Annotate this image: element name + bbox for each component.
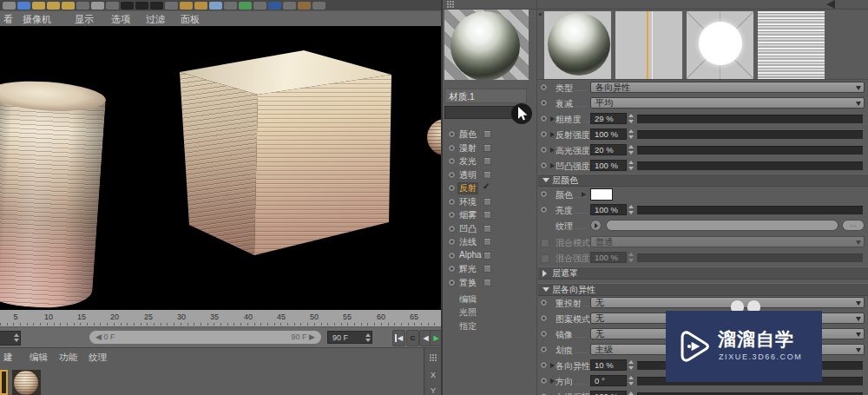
- toolbar-icon[interactable]: [47, 2, 60, 10]
- channel-checkbox[interactable]: [483, 252, 491, 260]
- channel-row-diffusion[interactable]: 漫射: [443, 143, 535, 155]
- loop-mode-button[interactable]: C: [406, 330, 419, 346]
- radio-icon[interactable]: [540, 377, 548, 385]
- stepper-icon[interactable]: [365, 333, 371, 342]
- stepper-icon[interactable]: [628, 114, 635, 123]
- channel-checkbox[interactable]: [483, 157, 491, 165]
- radio-icon[interactable]: [448, 171, 456, 179]
- preview-thumb-highlight[interactable]: [687, 11, 753, 79]
- expander-icon[interactable]: [550, 116, 555, 122]
- radio-icon[interactable]: [540, 99, 548, 107]
- radio-icon[interactable]: [448, 198, 456, 206]
- toolbar-icon[interactable]: [239, 2, 252, 10]
- mix-checkbox[interactable]: [541, 239, 549, 247]
- editor-header[interactable]: [443, 0, 868, 10]
- radio-icon[interactable]: [448, 225, 456, 233]
- radio-icon[interactable]: [540, 330, 548, 338]
- material-thumbnail-selected[interactable]: [0, 370, 8, 395]
- cube-object[interactable]: [176, 49, 395, 259]
- channel-checkbox[interactable]: [483, 198, 491, 206]
- stepper-icon[interactable]: [628, 161, 635, 170]
- radio-icon[interactable]: [540, 361, 548, 369]
- editor-tab-assign[interactable]: 指定: [459, 320, 529, 332]
- texture-browse-button[interactable]: …: [842, 220, 865, 231]
- mm-menu-edit[interactable]: 编辑: [30, 352, 48, 364]
- mix-checkbox[interactable]: [541, 254, 549, 263]
- current-frame-input[interactable]: 90 F: [327, 331, 372, 344]
- menu-panel[interactable]: 面板: [181, 11, 200, 27]
- stepper-icon[interactable]: [628, 145, 635, 155]
- toolbar-icon[interactable]: [106, 2, 119, 10]
- stepper-icon[interactable]: [628, 129, 635, 139]
- bump-value[interactable]: 100 %: [590, 160, 627, 171]
- timeline-ruler[interactable]: 5 10 15 20 25 30 35 40 45 50 55 60 65 70: [0, 310, 441, 326]
- radio-icon[interactable]: [448, 238, 456, 246]
- timeline-range-slider[interactable]: ◀ 0 F 90 F ▶: [89, 331, 321, 344]
- radio-icon[interactable]: [448, 184, 456, 192]
- toolbar-icon[interactable]: [194, 2, 207, 10]
- material-preview[interactable]: [444, 10, 529, 80]
- expander-icon[interactable]: [550, 379, 555, 384]
- radio-icon[interactable]: [540, 314, 548, 322]
- roughness-slider[interactable]: [637, 115, 863, 123]
- toolbar-icon[interactable]: [150, 2, 163, 10]
- channel-row-luminance[interactable]: 发光: [443, 156, 535, 168]
- channel-row-normal[interactable]: 法线: [443, 237, 535, 248]
- sphere-object[interactable]: [427, 119, 441, 155]
- preview-thumb-scratches[interactable]: [758, 11, 825, 79]
- bump-slider[interactable]: [637, 161, 863, 170]
- channel-checkbox[interactable]: [483, 211, 491, 219]
- brightness-slider[interactable]: [637, 206, 863, 214]
- expander-icon[interactable]: [550, 163, 555, 168]
- section-header-layer-mask[interactable]: 层遮罩: [538, 267, 868, 280]
- roughness-value[interactable]: 29 %: [590, 113, 627, 124]
- expander-icon[interactable]: [550, 148, 555, 153]
- toolbar-icon[interactable]: [135, 2, 148, 10]
- channel-row-color[interactable]: 颜色: [443, 129, 535, 141]
- radio-icon[interactable]: [448, 252, 456, 260]
- toolbar-icon[interactable]: [121, 2, 134, 10]
- editor-tab-illumination[interactable]: 光照: [459, 306, 529, 318]
- channel-row-fog[interactable]: 烟雾: [443, 210, 535, 221]
- toolbar-icon[interactable]: [62, 2, 75, 10]
- mix-mode-dropdown[interactable]: 普通: [590, 236, 865, 247]
- channel-row-environment[interactable]: 环境: [443, 197, 535, 208]
- radio-icon[interactable]: [540, 299, 548, 306]
- type-dropdown[interactable]: 各向异性: [590, 82, 865, 93]
- radio-icon[interactable]: [448, 130, 456, 138]
- color-swatch[interactable]: [590, 188, 613, 201]
- mm-menu-texture[interactable]: 纹理: [89, 352, 107, 364]
- collapse-arrow-icon[interactable]: [826, 0, 835, 9]
- toolbar-icon[interactable]: [180, 2, 193, 10]
- preview-thumb-sphere[interactable]: [544, 11, 611, 79]
- mix-strength-slider[interactable]: [637, 253, 863, 262]
- stepper-icon[interactable]: [628, 253, 635, 262]
- texture-field[interactable]: [606, 220, 838, 231]
- toolbar-icon[interactable]: [268, 2, 281, 10]
- specular-slider[interactable]: [637, 146, 863, 155]
- goto-start-button[interactable]: ◀: [392, 330, 405, 346]
- viewport-3d[interactable]: [0, 26, 441, 310]
- channel-checkbox[interactable]: [483, 130, 491, 138]
- channel-checkbox[interactable]: [483, 238, 491, 246]
- check-icon[interactable]: ✓: [483, 181, 490, 191]
- toolbar-icon[interactable]: [209, 2, 222, 10]
- stepper-icon[interactable]: [628, 392, 635, 395]
- menu-view[interactable]: 看: [3, 11, 13, 27]
- radio-icon[interactable]: [448, 279, 456, 286]
- stepper-icon[interactable]: [628, 360, 635, 370]
- toolbar-icon[interactable]: [253, 2, 266, 10]
- amplitude-value[interactable]: 100 %: [590, 391, 627, 395]
- toolbar-icon[interactable]: [32, 2, 45, 10]
- toolbar-icon[interactable]: [224, 2, 237, 10]
- mix-strength-value[interactable]: 100 %: [590, 252, 627, 263]
- reprojection-dropdown[interactable]: 无: [590, 297, 865, 308]
- frame-field-partial[interactable]: [0, 331, 21, 346]
- expander-icon[interactable]: [550, 363, 555, 368]
- mm-menu-function[interactable]: 功能: [59, 352, 77, 364]
- channel-row-alpha[interactable]: Alpha: [443, 251, 535, 262]
- menu-filter[interactable]: 过滤: [146, 11, 165, 27]
- radio-icon[interactable]: [448, 265, 456, 273]
- reflection-value[interactable]: 100 %: [590, 128, 627, 140]
- cylinder-object[interactable]: [0, 78, 107, 310]
